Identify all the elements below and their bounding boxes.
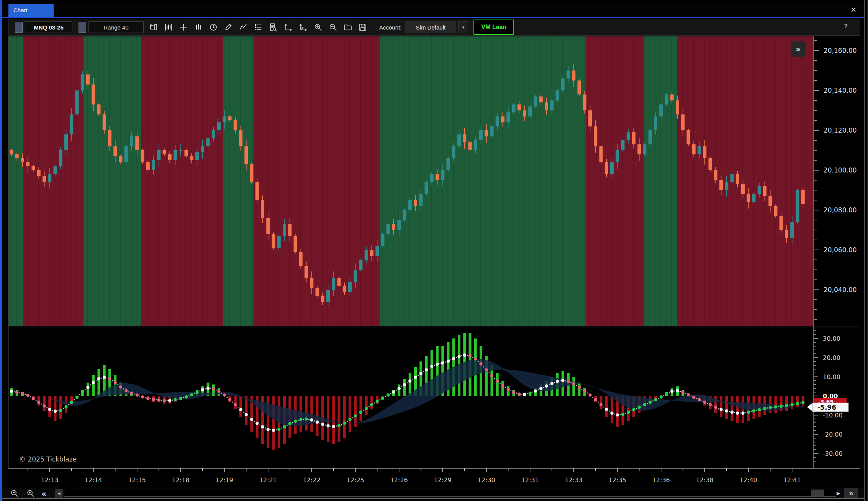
bottom-scrollbar: « ◀ ▶ »: [2, 488, 864, 498]
svg-text:-20.00: -20.00: [823, 431, 843, 438]
svg-text:12:13: 12:13: [41, 476, 59, 484]
svg-text:12:15: 12:15: [128, 476, 146, 484]
svg-text:12:35: 12:35: [609, 476, 626, 484]
copyright-watermark: © 2025 Tickblaze: [19, 455, 77, 463]
scrollbar-thumb[interactable]: [811, 490, 824, 496]
scroll-right-button[interactable]: ▶: [837, 489, 840, 498]
time-axis[interactable]: 12:1312:1412:1512:1812:1912:2112:2212:25…: [28, 468, 801, 484]
svg-text:12:14: 12:14: [85, 476, 102, 484]
zoom-in-icon[interactable]: [26, 489, 35, 498]
svg-text:12:41: 12:41: [783, 476, 801, 484]
trend-bands: [8, 36, 813, 326]
panel-expand-button[interactable]: »: [791, 41, 806, 57]
svg-text:12:22: 12:22: [303, 476, 321, 484]
svg-text:20.00: 20.00: [823, 354, 840, 361]
svg-text:12:26: 12:26: [390, 476, 408, 484]
window-bottom-border: [2, 498, 865, 499]
svg-text:20,160.00: 20,160.00: [824, 47, 857, 54]
chart-window: Chart ✕ MNQ 03-25 Range 40: [0, 0, 868, 501]
svg-text:20,100.00: 20,100.00: [824, 166, 857, 174]
svg-text:12:38: 12:38: [696, 476, 714, 484]
svg-text:20,080.00: 20,080.00: [824, 206, 857, 214]
svg-text:30.00: 30.00: [823, 335, 840, 342]
svg-text:20,040.00: 20,040.00: [824, 286, 857, 294]
scroll-left-button[interactable]: ◀: [55, 489, 63, 498]
svg-text:12:29: 12:29: [434, 476, 452, 484]
svg-text:12:40: 12:40: [740, 476, 757, 484]
svg-text:-5.96: -5.96: [817, 404, 836, 411]
svg-text:12:33: 12:33: [565, 476, 583, 484]
scroll-end-icon[interactable]: »: [844, 488, 858, 498]
svg-text:-30.00: -30.00: [823, 450, 843, 457]
indicator-axis[interactable]: 30.0020.0010.000.00-10.00-20.00-30.00: [814, 331, 843, 461]
svg-text:12:21: 12:21: [259, 476, 277, 484]
svg-text:12:18: 12:18: [172, 476, 190, 484]
svg-text:12:31: 12:31: [521, 476, 539, 484]
svg-text:12:19: 12:19: [216, 476, 233, 484]
svg-text:20,120.00: 20,120.00: [824, 126, 857, 134]
svg-text:10.00: 10.00: [823, 373, 840, 381]
svg-text:12:25: 12:25: [347, 476, 364, 484]
svg-text:12:36: 12:36: [652, 476, 670, 484]
svg-text:-10.00: -10.00: [823, 412, 843, 419]
price-axis[interactable]: 20,040.0020,060.0020,080.0020,100.0020,1…: [814, 41, 857, 320]
window-right-border: [864, 0, 865, 501]
chart-canvas[interactable]: 20,040.0020,060.0020,080.0020,100.0020,1…: [0, 0, 868, 501]
indicator-value-tag-line: -5.96: [807, 403, 848, 412]
svg-text:12:30: 12:30: [478, 476, 495, 484]
scroll-start-icon[interactable]: «: [42, 488, 46, 498]
zoom-out-icon[interactable]: [10, 489, 19, 498]
svg-text:20,060.00: 20,060.00: [824, 246, 857, 254]
scrollbar-track[interactable]: [64, 489, 836, 497]
svg-text:20,140.00: 20,140.00: [824, 87, 857, 94]
